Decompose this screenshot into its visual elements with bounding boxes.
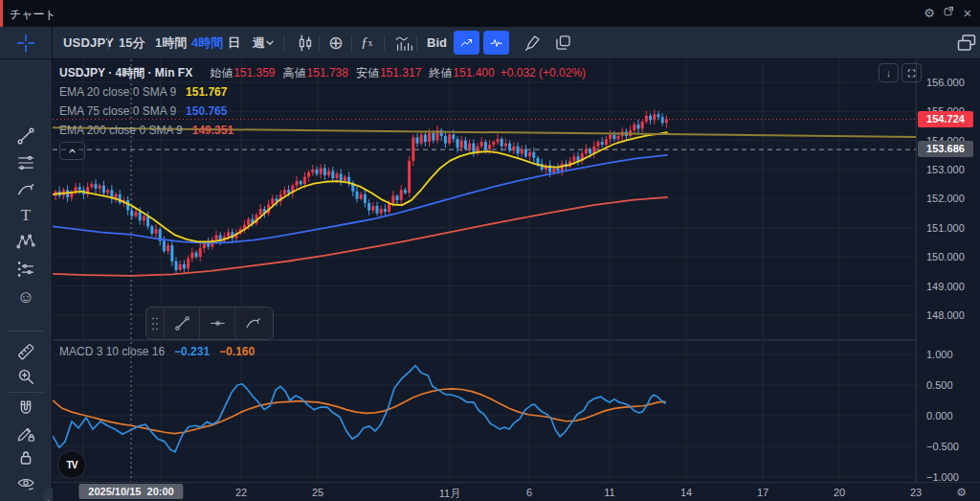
time-axis-label: 14: [680, 487, 692, 498]
toolbar-separator: [283, 34, 284, 52]
change-value: +0.032 (+0.02%): [501, 66, 586, 80]
macd-legend-row: MACD 3 10 close 16 −0.231 −0.160: [59, 345, 255, 358]
scroll-down-button[interactable]: ↓: [879, 63, 899, 82]
compare-icon[interactable]: ⊕: [323, 31, 349, 55]
toolbar-separator: [384, 34, 385, 52]
toolbar-separator: [416, 34, 417, 52]
xabcd-pattern-tool[interactable]: [0, 229, 52, 254]
macd-label: MACD 3 10 close 16: [59, 345, 165, 358]
low-value: 151.317: [380, 66, 421, 80]
close-label: 終値: [429, 65, 452, 81]
copy-layers-icon[interactable]: [547, 31, 579, 55]
price-axis-label: 148.000: [926, 308, 965, 322]
sidebar-separator: [8, 392, 44, 393]
time-axis-label: 20: [834, 487, 845, 498]
time-axis-label: 17: [757, 487, 768, 498]
tradingview-logo[interactable]: TV: [57, 450, 86, 479]
price-axis-label: 152.000: [926, 192, 965, 205]
price-axis-label: 156.000: [926, 76, 965, 89]
fx-indicators-button[interactable]: ƒx: [355, 31, 379, 55]
interval-button-0[interactable]: 15分: [113, 31, 150, 55]
crosshair-date-tooltip: 2025/10/15 20:00: [78, 484, 183, 499]
title-bar: チャート ⚙ ×: [0, 0, 980, 27]
close-icon[interactable]: ×: [959, 5, 976, 22]
price-axis[interactable]: 156.000155.000154.000153.000152.000151.0…: [916, 59, 980, 501]
legend-title: USDJPY · 4時間 · Min FX: [59, 65, 192, 81]
pane-buttons: ↓: [879, 63, 922, 82]
ema-legend-row: EMA 20 close 0 SMA 9151.767: [59, 82, 586, 102]
maximize-pane-button[interactable]: [902, 63, 922, 82]
sidebar-separator: [8, 330, 44, 331]
price-tag: 153.686: [918, 141, 973, 157]
trend-chart-mode-button[interactable]: [454, 31, 479, 55]
high-label: 高値: [283, 65, 306, 81]
low-label: 安値: [356, 65, 379, 81]
time-axis-label: 6: [526, 487, 532, 498]
high-value: 151.738: [307, 66, 348, 80]
close-value: 151.400: [453, 66, 494, 80]
open-label: 始値: [210, 65, 233, 81]
ruler-measure-tool[interactable]: [0, 339, 52, 364]
float-trend-line-button[interactable]: [164, 307, 199, 339]
time-axis-label: 11: [604, 487, 614, 498]
price-axis-label: 151.000: [926, 221, 965, 235]
indicator-templates-button[interactable]: [388, 31, 420, 55]
open-window-icon[interactable]: [940, 5, 957, 22]
legend-collapse-button[interactable]: [59, 142, 85, 160]
forecast-position-tool[interactable]: [0, 257, 52, 282]
drawing-toolbar: T ☺: [0, 59, 53, 501]
titlebar-accent: [0, 0, 3, 27]
open-value: 151.359: [234, 66, 275, 80]
chart-legend: USDJPY · 4時間 · Min FX 始値151.359 高値151.73…: [59, 63, 586, 140]
time-axis-label: 23: [910, 487, 922, 498]
crosshair-tool[interactable]: [0, 27, 53, 58]
interval-button-3[interactable]: 日: [222, 31, 246, 55]
time-axis-label: 25: [312, 487, 323, 498]
trend-line-tool[interactable]: [0, 124, 52, 148]
candlestick-style-button[interactable]: [289, 31, 322, 55]
toolbar-separator: [351, 34, 352, 52]
sidebar-collapse-handle[interactable]: ‹: [44, 489, 53, 501]
main-toolbar: USDJPY 15分1時間4時間日週 ⊕ ƒx Bid: [0, 27, 980, 59]
price-axis-label: 150.000: [926, 250, 965, 263]
macd-axis-label: 0.000: [926, 409, 953, 422]
multichart-layout-button[interactable]: [949, 31, 980, 55]
float-brush-button[interactable]: [234, 307, 270, 339]
magnet-tool[interactable]: [0, 396, 52, 421]
ema-legend-row: EMA 75 close 0 SMA 9150.765: [59, 102, 586, 121]
brush-draw-tool[interactable]: [0, 177, 52, 202]
bid-toggle[interactable]: Bid: [421, 31, 453, 55]
price-axis-label: 149.000: [926, 280, 965, 293]
macd-signal-line: [53, 389, 665, 434]
waveform-mode-button[interactable]: [483, 31, 509, 55]
time-axis-label: 22: [235, 487, 247, 498]
emoji-tool[interactable]: ☺: [0, 285, 52, 309]
ema-legend-row: EMA 200 close 0 SMA 9149.351: [59, 121, 586, 140]
symbol-button[interactable]: USDJPY: [57, 31, 120, 55]
time-axis-label: 11月: [439, 487, 460, 501]
brush-icon[interactable]: [517, 31, 548, 55]
price-tag: 154.724: [918, 111, 973, 127]
zoom-in-tool[interactable]: [0, 364, 52, 389]
price-axis-label: 153.000: [926, 163, 965, 176]
drawing-mode-lock-tool[interactable]: [0, 421, 52, 445]
toolbar-separator: [319, 34, 320, 52]
macd-axis-label: 0.500: [926, 378, 953, 392]
time-axis[interactable]: 2025/10/15 20:00 ⚙ 222511月61114172023: [53, 482, 980, 501]
macd-line: [53, 366, 665, 452]
macd-value: −0.231: [174, 345, 210, 358]
text-tool[interactable]: T: [0, 203, 52, 228]
symbol-legend-row: USDJPY · 4時間 · Min FX 始値151.359 高値151.73…: [59, 63, 586, 82]
float-horizontal-line-button[interactable]: [199, 307, 234, 339]
macd-signal-value: −0.160: [219, 345, 255, 358]
lock-all-drawings-tool[interactable]: [0, 445, 52, 470]
toolbar-separator: [107, 34, 108, 52]
settings-icon[interactable]: ⚙: [921, 5, 938, 22]
chevron-down-icon[interactable]: [260, 31, 279, 55]
time-axis-settings-icon[interactable]: ⚙: [956, 486, 967, 499]
ema20-line: [53, 132, 667, 241]
fib-lines-tool[interactable]: [0, 150, 52, 175]
macd-axis-label: −0.500: [926, 440, 959, 453]
floating-drawing-toolbar: [145, 307, 274, 340]
drag-handle[interactable]: [146, 307, 164, 339]
